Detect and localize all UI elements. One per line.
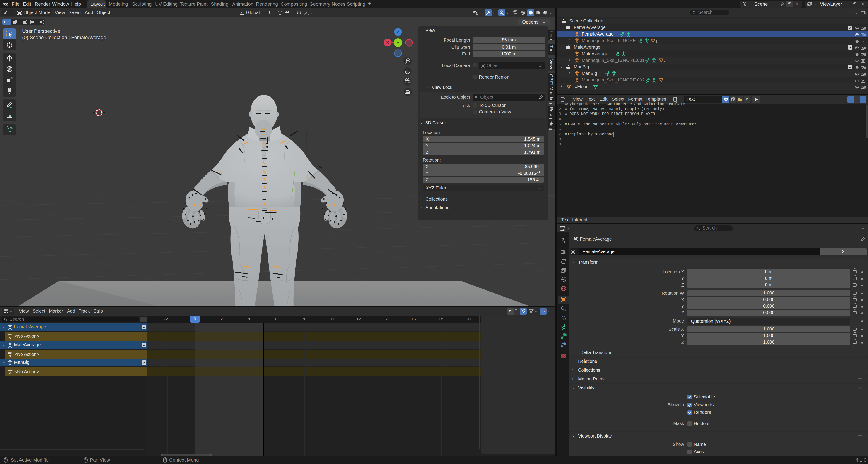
svg-text:Y: Y (397, 41, 400, 45)
svg-text:Z: Z (397, 30, 399, 34)
svg-text:X: X (386, 40, 389, 45)
